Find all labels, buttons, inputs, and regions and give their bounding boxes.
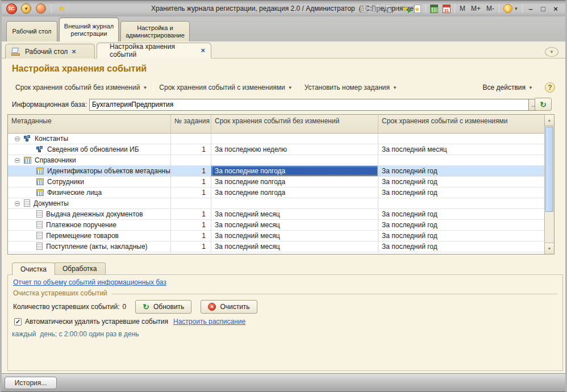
add-to-favorites-button[interactable]: ★ — [399, 3, 411, 14]
table-row[interactable]: Перемещение товаров 1 За последний месяц… — [8, 231, 554, 241]
page-title: Настройка хранения событий — [12, 64, 147, 74]
close-tab-icon[interactable]: × — [201, 48, 205, 53]
infobase-input[interactable] — [89, 99, 529, 111]
calendar-button[interactable]: 31 — [440, 3, 453, 14]
command-bar: Срок хранения событий без изменений▼ Сро… — [12, 81, 401, 94]
main-menu-button[interactable]: ▼ — [20, 3, 32, 14]
close-button[interactable]: × — [549, 3, 562, 14]
collapse-icon[interactable] — [15, 136, 20, 141]
minimize-button[interactable]: – — [524, 3, 537, 14]
table-row[interactable]: Сотрудники 1 За последние полгода За пос… — [8, 177, 554, 187]
table-row-selected[interactable]: Идентификаторы объектов метаданных 1 За … — [8, 166, 554, 177]
calculator-button[interactable] — [428, 3, 440, 14]
set-job-number-menu-button[interactable]: Установить номер задания▼ — [301, 81, 401, 94]
app-window: Хранитель журнала регистрации, редакция … — [0, 0, 567, 392]
memory-plus-button[interactable]: M+ — [468, 3, 483, 14]
separator — [298, 83, 299, 92]
print-preview-button[interactable] — [382, 3, 395, 14]
collapse-icon[interactable] — [15, 201, 20, 206]
favorites-list-button[interactable]: ★ — [411, 3, 424, 14]
all-actions-menu-button[interactable]: Все действия▼ — [480, 81, 536, 94]
infobase-row: Информационная база: ... — [12, 98, 549, 111]
table-header: Метаданные № задания Срок хранения событ… — [8, 115, 554, 134]
column-header-metadata[interactable]: Метаданные — [8, 115, 171, 133]
print-button[interactable] — [370, 3, 382, 14]
group-rule — [112, 294, 557, 294]
scrollbar-thumb[interactable] — [545, 127, 553, 212]
table-row-group-catalogs[interactable]: Справочники — [8, 155, 554, 166]
column-header-with-change[interactable]: Срок хранения событий с изменениями — [378, 115, 544, 133]
table-row-group-documents[interactable]: Документы — [8, 198, 554, 209]
scroll-up-button[interactable]: ▲ — [545, 115, 554, 126]
catalog-icon — [36, 178, 44, 185]
table-row[interactable]: Платежное поручение 1 За последний месяц… — [8, 220, 554, 231]
table-row[interactable]: Поступление (акты, накладные) 1 За после… — [8, 241, 554, 252]
maximize-button[interactable]: □ — [537, 3, 549, 14]
table-row-group-constants[interactable]: Константы — [8, 134, 554, 144]
vertical-scrollbar[interactable]: ▲ ▼ — [544, 115, 554, 254]
auto-delete-checkbox[interactable]: ✓ — [14, 318, 22, 326]
calendar-icon: 31 — [443, 5, 451, 13]
separator — [522, 4, 523, 13]
save-button[interactable] — [357, 3, 370, 14]
status-bar: История... — [0, 373, 567, 391]
favorites-button[interactable]: ★ — [56, 3, 68, 14]
scroll-down-button[interactable]: ▼ — [545, 243, 554, 254]
section-tab-desktop[interactable]: Рабочий стол — [6, 21, 57, 41]
retention-no-change-menu-button[interactable]: Срок хранения событий без изменений▼ — [12, 81, 151, 94]
desktop-icon — [11, 48, 21, 56]
star-page-icon: ★ — [414, 5, 421, 13]
infobase-label: Информационная база: — [12, 101, 87, 109]
document-icon — [36, 221, 43, 228]
schedule-description: каждый день; с 2:00:00 один раз в день — [12, 330, 139, 338]
table-row[interactable]: Сведения об обновлении ИБ 1 За последнюю… — [8, 144, 554, 155]
command-bar-right: Все действия▼ ? — [480, 81, 555, 94]
memory-minus-button[interactable]: M- — [483, 3, 497, 14]
star-icon: ★ — [59, 4, 66, 13]
collapse-icon[interactable] — [15, 158, 20, 163]
history-button[interactable]: История... — [5, 377, 57, 389]
table-row[interactable]: Физические лица 1 За последние полгода З… — [8, 187, 554, 198]
chevron-down-icon: ▼ — [549, 49, 554, 55]
retention-with-change-menu-button[interactable]: Срок хранения событий с изменениями▼ — [156, 81, 295, 94]
tab-cleanup[interactable]: Очистка — [12, 262, 55, 275]
column-header-no-change[interactable]: Срок хранения событий без изменений — [211, 115, 378, 133]
outdated-count-value: 0 — [123, 303, 127, 311]
chevron-down-icon: ▼ — [528, 85, 533, 90]
separator — [499, 4, 499, 13]
memory-button[interactable]: M — [457, 3, 468, 14]
help-button[interactable]: ? — [545, 82, 555, 93]
mdi-tab-event-storage[interactable]: Настройка хранения событий × — [97, 43, 211, 59]
report-volume-link[interactable]: Отчет по объему событий информационных б… — [13, 278, 166, 286]
separator — [153, 83, 153, 92]
table-row[interactable]: Выдача денежных документов 1 За последни… — [8, 209, 554, 220]
catalog-icon — [24, 157, 31, 164]
tab-list-button[interactable]: ▼ — [545, 47, 558, 57]
outdated-count-label: Количество устаревших событий: — [13, 303, 120, 311]
metadata-table: Метаданные № задания Срок хранения событ… — [7, 114, 555, 255]
sphere-icon — [36, 3, 46, 14]
quick-launch-button[interactable] — [35, 3, 47, 14]
mdi-tab-desktop[interactable]: Рабочий стол × — [5, 44, 95, 59]
section-tab-administration[interactable]: Настройка и администрирование — [120, 21, 190, 41]
tab-processing[interactable]: Обработка — [54, 262, 106, 274]
schedule-link[interactable]: Настроить расписание — [173, 318, 245, 326]
printer-icon — [372, 5, 380, 12]
clear-events-button[interactable]: × Очистить — [201, 300, 257, 314]
refresh-count-button[interactable]: ↻ Обновить — [135, 300, 191, 314]
column-header-job-number[interactable]: № задания — [171, 115, 211, 133]
info-button[interactable]: i▼ — [501, 3, 520, 14]
constants-icon — [36, 146, 44, 153]
focused-cell: За последние полгода — [211, 166, 378, 176]
constants-icon — [24, 135, 31, 142]
separator — [51, 4, 52, 13]
chevron-down-icon: ▼ — [143, 85, 147, 90]
refresh-infobase-button[interactable]: ↻ — [535, 98, 552, 111]
close-tab-icon[interactable]: × — [72, 49, 76, 55]
refresh-icon: ↻ — [143, 302, 149, 311]
calculator-icon — [430, 5, 438, 13]
catalog-icon — [36, 168, 44, 174]
separator — [426, 4, 426, 13]
info-icon: i — [503, 4, 512, 13]
section-tab-external-journal[interactable]: Внешний журнал регистрации — [59, 18, 119, 41]
